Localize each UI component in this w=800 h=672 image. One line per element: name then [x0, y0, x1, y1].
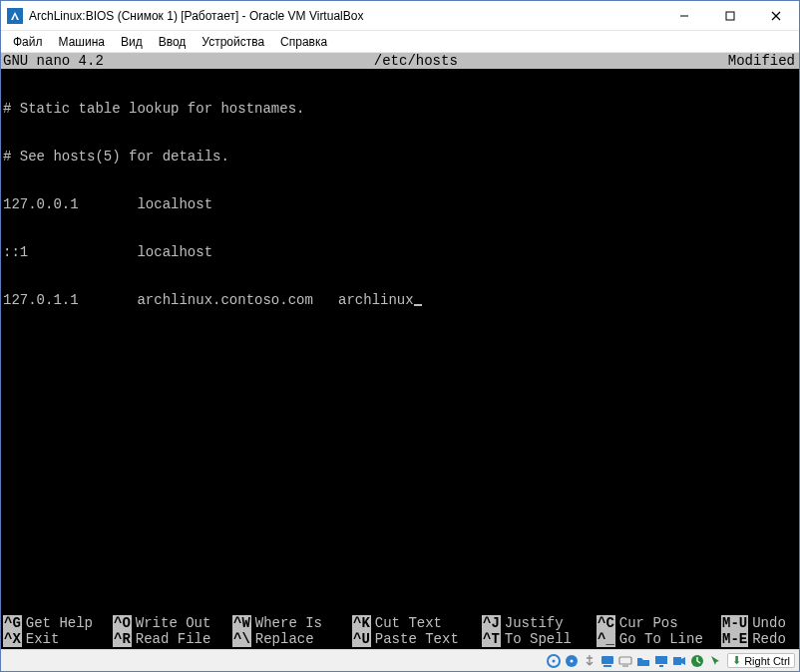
shortcut-key: ^G — [3, 615, 22, 631]
nano-shortcut: ^UPaste Text — [352, 631, 482, 647]
shortcut-key: ^U — [352, 631, 371, 647]
nano-shortcut: ^GGet Help — [3, 615, 113, 631]
host-key-indicator[interactable]: ⬇ Right Ctrl — [727, 653, 795, 668]
maximize-button[interactable] — [707, 1, 753, 30]
window-controls — [661, 1, 799, 30]
nano-buffer[interactable]: # Static table lookup for hostnames. # S… — [1, 69, 799, 340]
shortcut-label: Write Out — [132, 615, 215, 631]
nano-status: Modified — [728, 53, 799, 69]
shortcut-label: Get Help — [22, 615, 97, 631]
svg-point-7 — [553, 659, 556, 662]
file-line: 127.0.1.1 archlinux.contoso.com archlinu… — [3, 292, 797, 308]
shortcut-key: ^O — [113, 615, 132, 631]
vcpu-icon[interactable] — [689, 653, 705, 669]
nano-shortcut: ^WWhere Is — [232, 615, 352, 631]
shortcut-row: ^GGet Help^OWrite Out^WWhere Is^KCut Tex… — [3, 615, 797, 631]
nano-shortcut: ^OWrite Out — [113, 615, 232, 631]
svg-marker-17 — [681, 657, 685, 665]
text-cursor — [414, 304, 422, 306]
shortcut-key: ^\ — [232, 631, 251, 647]
shortcut-label: Redo — [748, 631, 790, 647]
nano-shortcut: ^RRead File — [113, 631, 232, 647]
shortcut-row: ^XExit^RRead File^\Replace^UPaste Text^T… — [3, 631, 797, 647]
shortcut-key: ^K — [352, 615, 371, 631]
svg-rect-10 — [601, 656, 613, 664]
hostkey-arrow-icon: ⬇ — [732, 654, 741, 667]
network-icon[interactable] — [617, 653, 633, 669]
shortcut-label: Where Is — [251, 615, 326, 631]
optical-icon[interactable] — [564, 653, 580, 669]
menu-devices[interactable]: Устройства — [194, 33, 272, 51]
shortcut-key: ^_ — [597, 631, 615, 647]
menu-view[interactable]: Вид — [113, 33, 151, 51]
nano-shortcut: ^KCut Text — [352, 615, 482, 631]
shortcut-label: Cur Pos — [615, 615, 682, 631]
shortcut-label: Exit — [22, 631, 64, 647]
minimize-button[interactable] — [661, 1, 707, 30]
file-line-text: 127.0.1.1 archlinux.contoso.com archlinu… — [3, 292, 414, 308]
guest-terminal[interactable]: GNU nano 4.2 /etc/hosts Modified # Stati… — [1, 53, 799, 649]
shortcut-key: ^C — [597, 615, 615, 631]
nano-header: GNU nano 4.2 /etc/hosts Modified — [1, 53, 799, 69]
svg-rect-14 — [655, 656, 667, 664]
nano-shortcut: ^XExit — [3, 631, 113, 647]
shortcut-label: Go To Line — [615, 631, 707, 647]
svg-rect-12 — [619, 657, 631, 664]
file-line: # Static table lookup for hostnames. — [3, 101, 797, 117]
shortcut-label: Cut Text — [371, 615, 446, 631]
shortcut-key: ^T — [482, 631, 501, 647]
shared-folder-icon[interactable] — [635, 653, 651, 669]
shortcut-label: Replace — [251, 631, 318, 647]
file-line: 127.0.0.1 localhost — [3, 196, 797, 212]
shortcut-key: ^W — [232, 615, 251, 631]
virtualbox-window: ArchLinux:BIOS (Снимок 1) [Работает] - O… — [0, 0, 800, 672]
svg-rect-11 — [603, 665, 611, 667]
svg-rect-0 — [7, 8, 23, 24]
virtualbox-icon — [7, 8, 23, 24]
shortcut-key: ^J — [482, 615, 501, 631]
mouse-integration-icon[interactable] — [707, 653, 723, 669]
window-title: ArchLinux:BIOS (Снимок 1) [Работает] - O… — [29, 9, 661, 23]
nano-shortcut: M-UUndo — [721, 615, 791, 631]
nano-file-name: /etc/hosts — [104, 53, 728, 69]
shortcut-label: Paste Text — [371, 631, 463, 647]
usb-icon[interactable] — [582, 653, 598, 669]
host-key-label: Right Ctrl — [744, 655, 790, 667]
shortcut-label: Read File — [132, 631, 215, 647]
close-button[interactable] — [753, 1, 799, 30]
menu-input[interactable]: Ввод — [151, 33, 195, 51]
nano-shortcuts: ^GGet Help^OWrite Out^WWhere Is^KCut Tex… — [1, 615, 799, 649]
nano-shortcut: ^JJustify — [482, 615, 597, 631]
svg-point-9 — [571, 659, 574, 662]
shortcut-label: Justify — [501, 615, 568, 631]
audio-icon[interactable] — [600, 653, 615, 669]
file-line: # See hosts(5) for details. — [3, 149, 797, 165]
menubar: Файл Машина Вид Ввод Устройства Справка — [1, 31, 799, 53]
nano-shortcut: M-ERedo — [721, 631, 791, 647]
nano-shortcut: ^\Replace — [232, 631, 352, 647]
shortcut-label: Undo — [748, 615, 790, 631]
svg-rect-15 — [659, 665, 663, 667]
vm-statusbar: ⬇ Right Ctrl — [1, 649, 799, 671]
shortcut-key: ^X — [3, 631, 22, 647]
nano-shortcut: ^_Go To Line — [597, 631, 721, 647]
shortcut-label: To Spell — [501, 631, 576, 647]
file-line: ::1 localhost — [3, 244, 797, 260]
svg-rect-16 — [673, 657, 681, 665]
shortcut-key: ^R — [113, 631, 132, 647]
nano-app-name: GNU nano 4.2 — [1, 53, 104, 69]
shortcut-key: M-E — [721, 631, 748, 647]
titlebar: ArchLinux:BIOS (Снимок 1) [Работает] - O… — [1, 1, 799, 31]
menu-file[interactable]: Файл — [5, 33, 51, 51]
recording-icon[interactable] — [671, 653, 687, 669]
display-icon[interactable] — [653, 653, 669, 669]
menu-machine[interactable]: Машина — [51, 33, 113, 51]
menu-help[interactable]: Справка — [272, 33, 335, 51]
nano-shortcut: ^TTo Spell — [482, 631, 597, 647]
nano-shortcut: ^CCur Pos — [597, 615, 721, 631]
shortcut-key: M-U — [721, 615, 748, 631]
svg-rect-3 — [726, 12, 734, 20]
hdd-icon[interactable] — [546, 653, 562, 669]
